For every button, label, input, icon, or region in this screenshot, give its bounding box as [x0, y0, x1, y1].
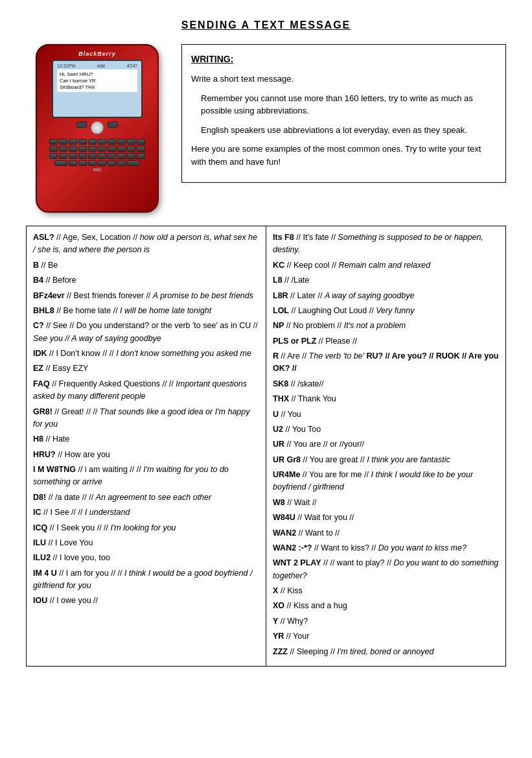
list-item: XO // Kiss and a hug: [273, 600, 499, 612]
phone-illustration: BlackBerry 12:21PM at&t A747 Hi, Sam! HR…: [26, 44, 168, 213]
list-item: BHL8 // Be home late // I will be home l…: [33, 305, 259, 317]
page-title: SENDING A TEXT MESSAGE: [26, 19, 506, 31]
list-item: B4 // Before: [33, 274, 259, 287]
list-item: WAN2 :-*? // Want to kiss? // Do you wan…: [273, 542, 499, 554]
list-item: EZ // Easy EZY: [33, 362, 259, 375]
list-item: R // Are // The verb 'to be' RU? // Are …: [273, 350, 499, 375]
list-item: UR // You are // or //your//: [273, 438, 499, 451]
phone-carrier-bottom: at&t: [93, 167, 101, 172]
writing-para4: Here you are some examples of the most c…: [191, 143, 496, 168]
list-item: IM 4 U // I am for you // // I think I w…: [33, 567, 259, 593]
phone-nav: [52, 121, 143, 166]
writing-para2: Remember you cannot use more than 160 le…: [201, 92, 496, 117]
list-item: W8 // Wait //: [273, 497, 499, 509]
phone-carrier: at&t: [97, 64, 105, 68]
list-item: ILU // I Love You: [33, 537, 259, 549]
list-item: Its F8 // It's fate // Something is supp…: [273, 231, 499, 257]
writing-para1: Write a short text message.: [191, 73, 496, 86]
list-item: GR8! // Great! // // That sounds like a …: [33, 406, 259, 431]
list-item: WNT 2 PLAY // // want to play? // Do you…: [273, 557, 499, 582]
phone-message: Hi, Sam! HRU?Can I burrow YRSK8board? TH…: [57, 69, 137, 92]
phone-time: 12:21PM: [57, 64, 75, 68]
list-item: NP // No problem // It's not a problem: [273, 320, 499, 332]
list-item: WAN2 // Want to //: [273, 527, 499, 539]
right-column: Its F8 // It's fate // Something is supp…: [266, 226, 505, 666]
list-item: U2 // You Too: [273, 423, 499, 436]
list-item: YR // Your: [273, 630, 499, 643]
list-item: L8 // /Late: [273, 274, 499, 287]
list-item: ILU2 // I love you, too: [33, 552, 259, 564]
list-item: I M W8TNG // i am waiting // // I'm wait…: [33, 464, 259, 489]
abbreviations-table: ASL? // Age, Sex, Location // how old a …: [26, 226, 506, 667]
phone-model: A747: [127, 64, 137, 68]
list-item: IOU // I owe you //: [33, 595, 259, 607]
list-item: SK8 // /skate//: [273, 378, 499, 390]
phone-brand: BlackBerry: [78, 51, 116, 57]
list-item: IDK // I Don't know // // I don't know s…: [33, 348, 259, 360]
writing-section: WRITING: Write a short text message. Rem…: [181, 44, 506, 183]
list-item: UR Gr8 // You are great // I think you a…: [273, 454, 499, 466]
list-item: ASL? // Age, Sex, Location // how old a …: [33, 231, 259, 257]
list-item: ZZZ // Sleeping // I'm tired, bored or a…: [273, 646, 499, 658]
list-item: H8 // Hate: [33, 433, 259, 445]
list-item: BFz4evr // Best friends forever // A pro…: [33, 290, 259, 302]
list-item: UR4Me // You are for me // I think I wou…: [273, 469, 499, 494]
list-item: ICQ // I Seek you // // I'm looking for …: [33, 522, 259, 534]
left-column: ASL? // Age, Sex, Location // how old a …: [27, 226, 266, 666]
phone-screen: 12:21PM at&t A747 Hi, Sam! HRU?Can I bur…: [52, 60, 143, 118]
list-item: C? // See // Do you understand? or the v…: [33, 320, 259, 345]
list-item: KC // Keep cool // Remain calm and relax…: [273, 259, 499, 272]
list-item: D8! // /a date // // An agreement to see…: [33, 492, 259, 504]
list-item: U // You: [273, 409, 499, 421]
writing-para3: English speakers use abbreviations a lot…: [201, 124, 496, 137]
list-item: HRU? // How are you: [33, 449, 259, 461]
list-item: LOL // Laughing Out Loud // Very funny: [273, 305, 499, 317]
list-item: Y // Why?: [273, 615, 499, 628]
list-item: W84U // Wait for you //: [273, 512, 499, 524]
list-item: FAQ // Frequently Asked Questions // // …: [33, 378, 259, 403]
list-item: B // Be: [33, 259, 259, 272]
list-item: X // Kiss: [273, 585, 499, 597]
list-item: L8R // Later // A way of saying goodbye: [273, 290, 499, 302]
list-item: THX // Thank You: [273, 393, 499, 405]
list-item: IC // I See // // I understand: [33, 506, 259, 519]
list-item: PLS or PLZ // Please //: [273, 335, 499, 348]
writing-heading: WRITING:: [191, 53, 496, 66]
